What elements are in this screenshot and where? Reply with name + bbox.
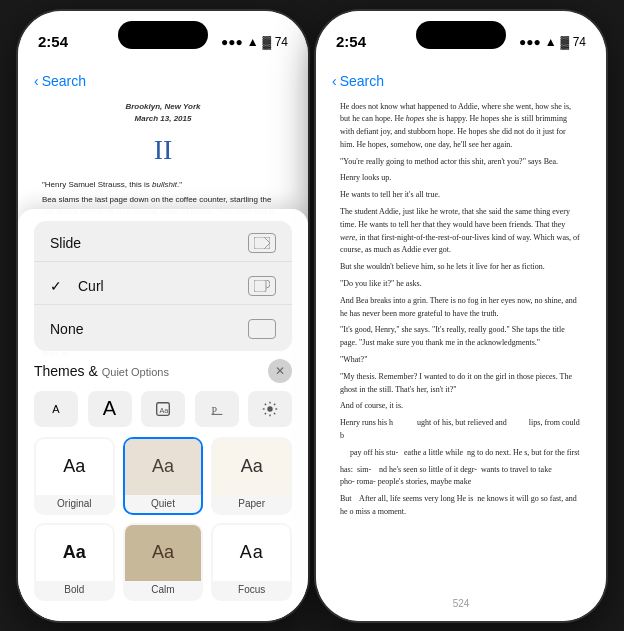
right-back-button[interactable]: ‹ Search <box>332 73 384 89</box>
svg-line-14 <box>265 412 266 413</box>
slide-option-none[interactable]: None <box>34 311 292 347</box>
font-large-button[interactable]: A <box>88 391 132 427</box>
right-nav-bar: ‹ Search <box>316 61 606 101</box>
right-wifi-icon: ▲ <box>545 35 557 49</box>
r-para-10: "What?" <box>340 354 582 367</box>
svg-rect-1 <box>254 280 266 292</box>
signal-icon: ●●● <box>221 35 243 49</box>
r-para-4: He wants to tell her it's all true. <box>340 189 582 202</box>
r-para-15: has: sim- nd he's seen so little of it d… <box>340 464 582 490</box>
dynamic-island <box>118 21 208 49</box>
theme-original-label: Original <box>36 495 113 513</box>
r-para-3: Henry looks up. <box>340 172 582 185</box>
r-para-13: Henry runs his h ught of his, but reliev… <box>340 417 582 443</box>
right-back-label: Search <box>340 73 384 89</box>
theme-paper-label: Paper <box>213 495 290 513</box>
themes-title: Themes & Quiet Options <box>34 363 169 379</box>
theme-focus-label: Focus <box>213 581 290 599</box>
theme-original[interactable]: Aa Original <box>34 437 115 515</box>
right-signal-icon: ●●● <box>519 35 541 49</box>
none-icon <box>248 319 276 339</box>
svg-text:Aa: Aa <box>159 405 168 414</box>
right-back-chevron-icon: ‹ <box>332 73 337 89</box>
svg-line-11 <box>265 403 266 404</box>
right-reading-content: He does not know what happened to Addie,… <box>316 11 606 621</box>
page-number: 524 <box>453 598 470 609</box>
theme-paper[interactable]: Aa Paper <box>211 437 292 515</box>
right-status-icons: ●●● ▲ ▓ 74 <box>519 35 586 49</box>
slide-options: Slide ✓ Curl <box>34 221 292 351</box>
r-para-8: And Bea breaks into a grin. There is no … <box>340 295 582 321</box>
left-nav-bar: ‹ Search <box>18 61 308 101</box>
theme-quiet-preview: Aa <box>125 439 202 495</box>
slide-label: Slide <box>50 235 81 251</box>
reading-text: He does not know what happened to Addie,… <box>340 101 582 519</box>
r-para-7: "Do you like it?" he asks. <box>340 278 582 291</box>
theme-grid: Aa Original Aa Quiet Aa Paper Aa Bold <box>34 437 292 601</box>
theme-bold[interactable]: Aa Bold <box>34 523 115 601</box>
close-button[interactable]: ✕ <box>268 359 292 383</box>
wifi-icon: ▲ <box>247 35 259 49</box>
svg-text:P: P <box>211 404 217 415</box>
right-time: 2:54 <box>336 33 366 50</box>
small-a-label: A <box>52 403 59 415</box>
r-para-16: But After all, life seems very long He i… <box>340 493 582 519</box>
theme-paper-preview: Aa <box>213 439 290 495</box>
book-para-1: "Henry Samuel Strauss, this is bullshit.… <box>42 179 284 191</box>
font-small-button[interactable]: A <box>34 391 78 427</box>
right-phone: 2:54 ●●● ▲ ▓ 74 ‹ Search He does not kno… <box>316 11 606 621</box>
r-para-5: The student Addie, just like he wrote, t… <box>340 206 582 257</box>
left-time: 2:54 <box>38 33 68 50</box>
theme-focus-preview: Aa <box>213 525 290 581</box>
font-controls: A A Aa P <box>34 391 292 427</box>
brightness-button[interactable] <box>248 391 292 427</box>
svg-line-12 <box>274 412 275 413</box>
r-para-2: "You're really going to method actor thi… <box>340 156 582 169</box>
theme-quiet[interactable]: Aa Quiet <box>123 437 204 515</box>
svg-rect-0 <box>254 237 270 249</box>
left-back-button[interactable]: ‹ Search <box>34 73 86 89</box>
right-battery-indicator: ▓ 74 <box>561 35 586 49</box>
left-status-icons: ●●● ▲ ▓ 74 <box>221 35 288 49</box>
r-para-6: But she wouldn't believe him, so he lets… <box>340 261 582 274</box>
left-back-label: Search <box>42 73 86 89</box>
curl-row: ✓ Curl <box>50 278 104 294</box>
theme-calm[interactable]: Aa Calm <box>123 523 204 601</box>
right-dynamic-island <box>416 21 506 49</box>
battery-indicator: ▓ 74 <box>263 35 288 49</box>
svg-line-13 <box>274 403 275 404</box>
themes-header: Themes & Quiet Options ✕ <box>34 359 292 383</box>
none-label: None <box>50 321 83 337</box>
font-serif-button[interactable]: P <box>195 391 239 427</box>
r-para-14: pay off his stu- eathe a little while ng… <box>340 447 582 460</box>
book-location: Brooklyn, New YorkMarch 13, 2015 <box>42 101 284 125</box>
theme-calm-preview: Aa <box>125 525 202 581</box>
overlay-panel: Slide ✓ Curl <box>18 209 308 621</box>
svg-point-6 <box>267 406 272 411</box>
theme-bold-preview: Aa <box>36 525 113 581</box>
r-para-9: "It's good, Henry," she says. "It's real… <box>340 324 582 350</box>
theme-calm-label: Calm <box>125 581 202 599</box>
phones-container: 2:54 ●●● ▲ ▓ 74 ‹ Search Brooklyn, New Y… <box>18 11 606 621</box>
large-a-label: A <box>103 397 116 420</box>
curl-icon <box>248 276 276 296</box>
font-type-button[interactable]: Aa <box>141 391 185 427</box>
theme-original-preview: Aa <box>36 439 113 495</box>
slide-option-curl[interactable]: ✓ Curl <box>34 268 292 304</box>
checkmark-icon: ✓ <box>50 278 62 294</box>
curl-label: Curl <box>78 278 104 294</box>
slide-icon <box>248 233 276 253</box>
slide-option-slide[interactable]: Slide <box>34 225 292 261</box>
left-phone: 2:54 ●●● ▲ ▓ 74 ‹ Search Brooklyn, New Y… <box>18 11 308 621</box>
theme-focus[interactable]: Aa Focus <box>211 523 292 601</box>
r-para-11: "My thesis. Remember? I wanted to do it … <box>340 371 582 397</box>
r-para-1: He does not know what happened to Addie,… <box>340 101 582 152</box>
r-para-12: And of course, it is. <box>340 400 582 413</box>
back-chevron-icon: ‹ <box>34 73 39 89</box>
book-chapter: II <box>42 129 284 171</box>
theme-quiet-label: Quiet <box>125 495 202 513</box>
theme-bold-label: Bold <box>36 581 113 599</box>
